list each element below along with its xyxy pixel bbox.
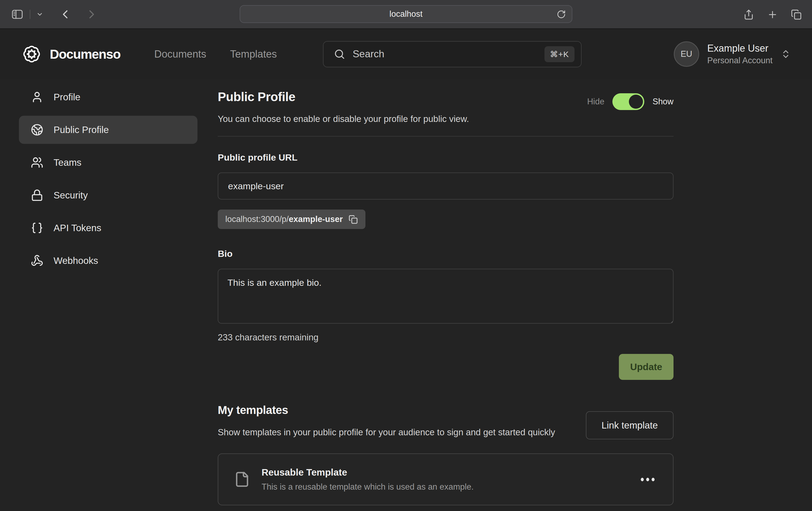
chevrons-up-down-icon bbox=[781, 49, 791, 59]
lock-icon bbox=[31, 189, 43, 202]
app-header: Documenso Documents Templates Search ⌘+K… bbox=[0, 29, 812, 79]
settings-sidebar: Profile Public Profile Teams bbox=[19, 83, 198, 505]
browser-chrome: localhost bbox=[0, 0, 812, 29]
copy-icon[interactable] bbox=[348, 214, 358, 224]
link-template-button[interactable]: Link template bbox=[586, 411, 673, 439]
profile-visibility-toggle[interactable] bbox=[612, 93, 644, 110]
toggle-show-label: Show bbox=[652, 97, 673, 107]
sidebar-item-api-tokens[interactable]: API Tokens bbox=[19, 214, 198, 242]
sidebar-panel-icon[interactable] bbox=[11, 8, 24, 21]
template-texts: Reusable Template This is a reusable tem… bbox=[262, 467, 638, 492]
sidebar-item-profile[interactable]: Profile bbox=[19, 83, 198, 111]
account-menu[interactable]: EU Example User Personal Account bbox=[674, 41, 791, 67]
avatar: EU bbox=[674, 41, 699, 67]
braces-icon bbox=[31, 222, 43, 234]
search-icon bbox=[334, 49, 345, 60]
search-shortcut-badge: ⌘+K bbox=[545, 46, 575, 62]
my-templates-description: Show templates in your public profile fo… bbox=[218, 425, 555, 439]
nav-templates[interactable]: Templates bbox=[230, 49, 277, 60]
public-profile-url-input[interactable] bbox=[218, 173, 673, 200]
share-icon[interactable] bbox=[743, 9, 754, 20]
bio-textarea[interactable]: This is an example bio. bbox=[218, 269, 673, 324]
sidebar-item-public-profile[interactable]: Public Profile bbox=[19, 116, 198, 144]
section-divider bbox=[218, 136, 673, 137]
url-field-label: Public profile URL bbox=[218, 152, 673, 163]
globe-icon bbox=[31, 124, 43, 136]
account-names: Example User Personal Account bbox=[707, 43, 773, 65]
top-nav: Documents Templates bbox=[154, 49, 277, 60]
address-bar-url: localhost bbox=[389, 9, 423, 19]
chrome-divider bbox=[30, 10, 30, 19]
app-body: Profile Public Profile Teams bbox=[0, 79, 812, 505]
account-type: Personal Account bbox=[707, 56, 773, 65]
users-icon bbox=[31, 156, 43, 169]
bio-field-label: Bio bbox=[218, 248, 673, 259]
template-card: Reusable Template This is a reusable tem… bbox=[218, 453, 673, 505]
toggle-hide-label: Hide bbox=[587, 97, 605, 107]
template-title: Reusable Template bbox=[262, 467, 638, 478]
refresh-icon[interactable] bbox=[557, 10, 566, 19]
my-templates-title: My templates bbox=[218, 404, 555, 417]
page-subtitle: You can choose to enable or disable your… bbox=[218, 114, 469, 124]
file-icon bbox=[234, 471, 250, 487]
back-button[interactable] bbox=[59, 8, 71, 20]
brand-name: Documenso bbox=[50, 47, 120, 62]
profile-visibility-toggle-row: Hide Show bbox=[587, 93, 673, 110]
webhook-icon bbox=[31, 254, 43, 267]
main-content: Public Profile You can choose to enable … bbox=[218, 83, 673, 505]
user-icon bbox=[31, 91, 43, 103]
page-title: Public Profile bbox=[218, 90, 469, 104]
profile-url-text: localhost:3000/p/example-user bbox=[225, 214, 343, 224]
toggle-knob bbox=[629, 95, 643, 109]
search-input[interactable]: Search ⌘+K bbox=[323, 41, 582, 67]
address-bar[interactable]: localhost bbox=[240, 5, 572, 23]
sidebar-item-webhooks[interactable]: Webhooks bbox=[19, 247, 198, 275]
account-name: Example User bbox=[707, 43, 773, 54]
template-menu-button[interactable] bbox=[638, 475, 657, 484]
documenso-logo-icon bbox=[21, 43, 42, 65]
template-description: This is a reusable template which is use… bbox=[262, 482, 638, 492]
profile-url-chip[interactable]: localhost:3000/p/example-user bbox=[218, 210, 366, 229]
search-placeholder: Search bbox=[353, 49, 545, 60]
new-tab-icon[interactable] bbox=[767, 9, 778, 20]
characters-remaining: 233 characters remaining bbox=[218, 332, 673, 342]
brand-logo[interactable]: Documenso bbox=[21, 43, 120, 65]
nav-documents[interactable]: Documents bbox=[154, 49, 206, 60]
sidebar-item-security[interactable]: Security bbox=[19, 181, 198, 209]
forward-button[interactable] bbox=[85, 8, 97, 20]
chevron-down-icon[interactable] bbox=[36, 11, 43, 18]
tab-overview-icon[interactable] bbox=[791, 9, 802, 20]
sidebar-item-teams[interactable]: Teams bbox=[19, 148, 198, 177]
update-button[interactable]: Update bbox=[619, 354, 673, 380]
